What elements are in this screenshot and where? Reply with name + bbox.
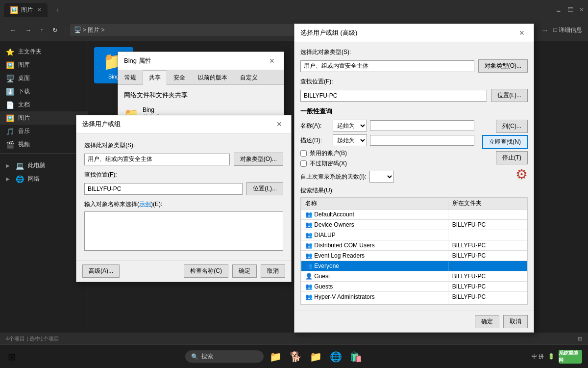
sidebar-item-gallery[interactable]: 🖼️ 图库 [0,58,88,72]
adv-obj-type-input [300,60,474,72]
more-btn[interactable]: ··· [539,25,552,36]
sidebar-item-pictures[interactable]: 🖼️ 图片 [0,111,88,125]
adv-days-select[interactable] [369,171,394,183]
result-folder-cell: BILLYFU-PC [448,292,527,302]
taskbar-app1-icon[interactable]: 🐕 [288,349,304,365]
nav-forward-btn[interactable]: → [21,25,35,36]
tab-security[interactable]: 安全 [167,70,192,85]
nav-up-btn[interactable]: ↑ [36,25,48,36]
adv-disabled-checkbox[interactable] [300,150,307,157]
simple-location-btn[interactable]: 位置(L)... [246,182,283,195]
table-row[interactable]: 👥 Device Owners BILLYFU-PC [301,220,527,230]
example-link[interactable]: 示例 [139,201,151,208]
bing-props-close-btn[interactable]: ✕ [266,56,278,66]
adv-results-container[interactable]: 名称 所在文件夹 👥 DefaultAccount 👥 Device Owner… [300,197,528,305]
table-row[interactable]: 👥 Guests BILLYFU-PC [301,282,527,292]
tab-general[interactable]: 常规 [118,70,143,85]
table-row[interactable]: 👥 Everyone [301,261,527,271]
taskbar-left: ⊞ [6,349,18,365]
view-toggle[interactable]: ⊞ [578,336,582,342]
select-user-simple-dialog[interactable]: 选择用户或组 ✕ 选择此对象类型(S): 对象类型(O)... 查找位置(F):… [76,115,292,282]
taskbar-store-icon[interactable]: 🛍️ [348,349,364,365]
expand-icon: ▶ [6,163,10,168]
window-close-icon[interactable]: ✕ [579,6,584,13]
tab-prev-versions[interactable]: 以前的版本 [192,70,234,85]
simple-dialog-close-btn[interactable]: ✕ [273,119,285,129]
sidebar-item-downloads[interactable]: ⬇️ 下载 [0,85,88,98]
active-tab[interactable]: 🖼️ 图片 ✕ [4,3,48,17]
detail-btn[interactable]: □ 详细信息 [553,26,582,34]
taskbar-search[interactable]: 🔍 搜索 [185,350,264,363]
sidebar-item-home[interactable]: ⭐ 主文件夹 [0,45,88,58]
simple-cancel-btn[interactable]: 取消 [261,264,285,278]
sidebar-label-home: 主文件夹 [18,48,42,56]
advanced-dialog-close-btn[interactable]: ✕ [516,28,528,38]
sidebar-item-music[interactable]: 🎵 音乐 [0,125,88,138]
prop-tabs: 常规 共享 安全 以前的版本 自定义 [118,70,284,85]
adv-days-label: 自上次查录系统的天数(I): [300,173,367,181]
adv-columns-btn[interactable]: 列(C)... [496,120,528,133]
adv-ok-btn[interactable]: 确定 [475,315,499,328]
simple-advanced-btn[interactable]: 高级(A)... [82,264,120,278]
home-icon: ⭐ [6,48,14,56]
window-minimize-icon[interactable]: 🗕 [556,6,562,13]
adv-desc-condition[interactable]: 起始为 [333,134,367,146]
table-row[interactable]: 👥 DIALUP [301,230,527,240]
sidebar-separator [0,153,88,157]
table-row[interactable]: 👥 IIS_IUSRS BILLYFU-PC [301,302,527,305]
start-btn[interactable]: ⊞ [6,349,18,365]
simple-location-input [84,183,243,195]
table-row[interactable]: 👤 Guest BILLYFU-PC [301,271,527,282]
nav-back-btn[interactable]: ← [6,25,20,36]
adv-cancel-btn[interactable]: 取消 [503,315,528,328]
taskbar-browser-icon[interactable]: 🌐 [328,349,344,365]
table-row[interactable]: 👥 DefaultAccount [301,210,527,220]
sidebar-item-videos[interactable]: 🎬 视频 [0,138,88,151]
adv-days-row: 自上次查录系统的天数(I): [300,171,474,183]
adv-search-btn[interactable]: 立即查找(N) [482,135,528,149]
adv-stop-btn[interactable]: 停止(T) [496,151,528,164]
simple-check-names-btn[interactable]: 检查名称(C) [184,264,228,278]
tab-label: 图片 [21,6,33,14]
sidebar-item-desktop[interactable]: 🖥️ 桌面 [0,72,88,85]
tab-add-btn[interactable]: ＋ [51,3,63,17]
result-icon: 👥 [305,283,313,290]
adv-location-label: 查找位置(F): [300,78,528,86]
adv-desc-value[interactable] [370,135,474,146]
tab-close-btn[interactable]: ✕ [37,6,42,13]
address-path: 🖥️ > 图片 > [74,26,105,34]
simple-name-row [84,211,283,252]
adv-name-condition[interactable]: 起始为 [333,120,367,131]
result-name-cell: 👥 Guests [301,282,448,292]
taskbar-systray[interactable]: 🔋 [548,353,555,360]
tab-custom[interactable]: 自定义 [234,70,264,85]
table-row[interactable]: 👥 Event Log Readers BILLYFU-PC [301,251,527,261]
pictures-icon: 🖼️ [6,114,14,122]
adv-noexpiry-checkbox[interactable] [300,160,307,167]
nav-refresh-btn[interactable]: ↻ [49,25,62,36]
address-bar[interactable]: 🖥️ > 图片 > [70,24,332,36]
tab-share[interactable]: 共享 [143,70,167,85]
sidebar-item-network[interactable]: ▶ 🌐 网络 [0,172,88,185]
result-icon: 👥 [305,211,313,218]
sidebar-label-desktop: 桌面 [18,74,30,82]
simple-name-textarea[interactable] [84,211,283,251]
select-user-advanced-dialog[interactable]: 选择用户或组 (高级) ✕ 选择此对象类型(S): 对象类型(O)... 查找位… [294,24,534,333]
adv-obj-type-btn[interactable]: 对象类型(O)... [478,59,528,73]
simple-location-row: 位置(L)... [84,182,283,195]
window-maximize-icon[interactable]: 🗖 [567,6,573,13]
taskbar-search-icon: 🔍 [191,353,198,360]
adv-name-value[interactable] [370,120,474,131]
simple-ok-btn[interactable]: 确定 [232,264,257,278]
sidebar-item-thispc[interactable]: ▶ 💻 此电脑 [0,159,88,172]
taskbar-explorer-icon[interactable]: 📁 [268,349,284,365]
table-row[interactable]: 👥 Hyper-V Administrators BILLYFU-PC [301,292,527,302]
simple-object-type-btn[interactable]: 对象类型(O)... [234,153,283,166]
sidebar-item-documents[interactable]: 📄 文档 [0,98,88,111]
expand-icon-net: ▶ [6,176,10,182]
adv-location-btn[interactable]: 位置(L)... [491,89,528,102]
taskbar-app2-icon[interactable]: 📁 [308,349,324,365]
sidebar-label-pictures: 图片 [18,114,30,122]
table-row[interactable]: 👥 Distributed COM Users BILLYFU-PC [301,240,527,251]
result-folder-cell [448,261,527,271]
